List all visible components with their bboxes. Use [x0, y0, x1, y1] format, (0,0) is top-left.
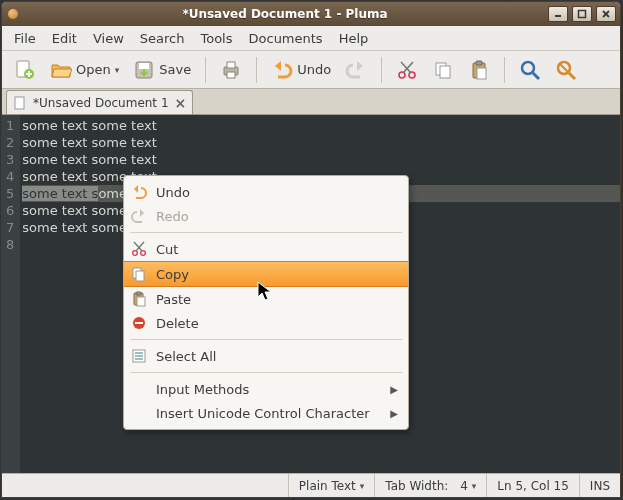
ctx-insert-ucc[interactable]: Insert Unicode Control Character ▶: [124, 401, 408, 425]
svg-rect-36: [136, 292, 141, 295]
toolbar-separator: [504, 57, 505, 83]
status-tab-width[interactable]: Tab Width: 4▾: [374, 474, 486, 497]
tab-close-icon[interactable]: ×: [175, 96, 187, 110]
chevron-down-icon: ▾: [115, 65, 120, 75]
redo-icon: [130, 207, 148, 225]
svg-rect-34: [136, 271, 144, 281]
ctx-delete[interactable]: Delete: [124, 311, 408, 335]
svg-rect-13: [227, 72, 235, 78]
chevron-right-icon: ▶: [390, 384, 398, 395]
svg-rect-12: [227, 62, 235, 68]
delete-icon: [130, 314, 148, 332]
window-title: *Unsaved Document 1 - Pluma: [22, 7, 548, 21]
svg-rect-37: [137, 297, 145, 306]
print-button[interactable]: [214, 55, 248, 85]
app-icon: [8, 9, 18, 19]
replace-button[interactable]: [549, 55, 583, 85]
chevron-right-icon: ▶: [390, 408, 398, 419]
ctx-select-all-label: Select All: [156, 349, 398, 364]
svg-rect-39: [135, 322, 143, 324]
redo-icon: [345, 59, 367, 81]
line-gutter: 12345678: [2, 115, 20, 473]
open-button[interactable]: Open ▾: [44, 55, 125, 85]
ctx-cut[interactable]: Cut: [124, 237, 408, 261]
status-insert-mode[interactable]: INS: [579, 474, 620, 497]
context-menu: Undo Redo Cut Copy Paste Delete Select A…: [123, 175, 409, 430]
svg-point-30: [141, 251, 146, 256]
ctx-paste[interactable]: Paste: [124, 287, 408, 311]
titlebar: *Unsaved Document 1 - Pluma: [2, 2, 620, 26]
find-button[interactable]: [513, 55, 547, 85]
maximize-button[interactable]: [572, 6, 592, 22]
menubar: File Edit View Search Tools Documents He…: [2, 26, 620, 51]
svg-point-29: [133, 251, 138, 256]
svg-rect-1: [579, 11, 586, 18]
ctx-undo[interactable]: Undo: [124, 180, 408, 204]
toolbar: Open ▾ Save Undo: [2, 51, 620, 89]
cut-button[interactable]: [390, 55, 424, 85]
copy-button[interactable]: [426, 55, 460, 85]
cut-icon: [130, 240, 148, 258]
toolbar-separator: [381, 57, 382, 83]
file-icon: [13, 96, 27, 110]
svg-rect-22: [477, 68, 486, 79]
paste-button[interactable]: [462, 55, 496, 85]
redo-button[interactable]: [339, 55, 373, 85]
ctx-select-all[interactable]: Select All: [124, 344, 408, 368]
ctx-copy-label: Copy: [156, 267, 398, 282]
paste-icon: [130, 290, 148, 308]
ctx-cut-label: Cut: [156, 242, 398, 257]
toolbar-separator: [205, 57, 206, 83]
undo-icon: [130, 183, 148, 201]
menu-view[interactable]: View: [85, 28, 132, 49]
new-doc-button[interactable]: [8, 55, 42, 85]
minimize-button[interactable]: [548, 6, 568, 22]
save-label: Save: [159, 62, 191, 77]
open-label: Open: [76, 62, 111, 77]
svg-rect-19: [440, 66, 450, 78]
ctx-undo-label: Undo: [156, 185, 398, 200]
toolbar-separator: [256, 57, 257, 83]
menu-documents[interactable]: Documents: [241, 28, 331, 49]
ctx-copy[interactable]: Copy: [124, 261, 408, 287]
svg-line-26: [569, 73, 575, 79]
menu-edit[interactable]: Edit: [44, 28, 85, 49]
undo-label: Undo: [297, 62, 331, 77]
menu-search[interactable]: Search: [132, 28, 193, 49]
ctx-separator: [130, 339, 402, 340]
svg-rect-21: [476, 61, 482, 65]
tab-label: *Unsaved Document 1: [33, 96, 169, 110]
cut-icon: [396, 59, 418, 81]
ctx-separator: [130, 232, 402, 233]
tab-unsaved-document[interactable]: *Unsaved Document 1 ×: [6, 90, 193, 114]
replace-icon: [555, 59, 577, 81]
close-button[interactable]: [596, 6, 616, 22]
svg-point-23: [522, 62, 534, 74]
ctx-redo-label: Redo: [156, 209, 398, 224]
status-cursor-position: Ln 5, Col 15: [486, 474, 579, 497]
statusbar: Plain Text▾ Tab Width: 4▾ Ln 5, Col 15 I…: [2, 473, 620, 497]
undo-button[interactable]: Undo: [265, 55, 337, 85]
menu-file[interactable]: File: [6, 28, 44, 49]
ctx-input-methods[interactable]: Input Methods ▶: [124, 377, 408, 401]
open-icon: [50, 59, 72, 81]
svg-rect-9: [139, 63, 149, 69]
copy-icon: [130, 265, 148, 283]
ctx-input-methods-label: Input Methods: [156, 382, 382, 397]
status-language[interactable]: Plain Text▾: [288, 474, 374, 497]
tab-bar: *Unsaved Document 1 ×: [2, 89, 620, 115]
undo-icon: [271, 59, 293, 81]
ctx-paste-label: Paste: [156, 292, 398, 307]
save-icon: [133, 59, 155, 81]
svg-line-27: [560, 64, 568, 72]
chevron-down-icon: ▾: [360, 481, 365, 491]
chevron-down-icon: ▾: [472, 481, 477, 491]
save-button[interactable]: Save: [127, 55, 197, 85]
ctx-separator: [130, 372, 402, 373]
menu-tools[interactable]: Tools: [192, 28, 240, 49]
new-doc-icon: [14, 59, 36, 81]
ctx-redo: Redo: [124, 204, 408, 228]
menu-help[interactable]: Help: [331, 28, 377, 49]
paste-icon: [468, 59, 490, 81]
find-icon: [519, 59, 541, 81]
